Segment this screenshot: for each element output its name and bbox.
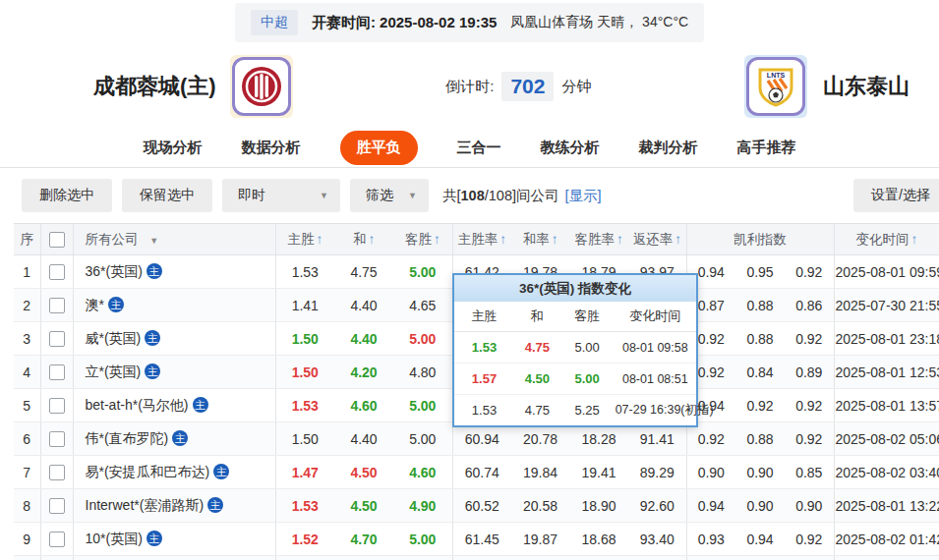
- sort-up-icon: ↑: [434, 232, 440, 247]
- header-away-odds[interactable]: 客胜↑: [393, 224, 452, 255]
- company-cell[interactable]: 立*(英国)主: [73, 356, 275, 389]
- kelly-cell: 0.92: [785, 523, 834, 556]
- odds-cell: 4.40: [334, 289, 393, 322]
- odds-cell: 4.50: [334, 456, 393, 489]
- row-seq: 5: [14, 389, 40, 422]
- kelly-cell: 0.90: [735, 456, 785, 489]
- home-badge-icon: 主: [145, 364, 160, 379]
- rate-cell: 17.79: [569, 556, 628, 560]
- header-company[interactable]: 所有公司 ▼: [73, 224, 275, 255]
- kickoff-value: 2025-08-02 19:35: [380, 14, 497, 30]
- odds-cell: 1.50: [275, 356, 334, 389]
- time-filter-dropdown[interactable]: 即时 ▼: [222, 179, 340, 212]
- company-cell[interactable]: 12*(菲律宾)主: [73, 556, 275, 560]
- home-badge-icon: 主: [193, 397, 208, 413]
- popup-row: 1.534.755.2507-29 16:39(初指): [454, 395, 696, 426]
- row-seq: 3: [14, 322, 40, 356]
- nav-tab[interactable]: 数据分析: [242, 139, 301, 157]
- header-home-odds[interactable]: 主胜↑: [275, 224, 334, 255]
- odds-cell: 1.53: [275, 489, 334, 523]
- row-checkbox[interactable]: [49, 364, 65, 380]
- header-home-rate[interactable]: 主胜率↑: [452, 224, 511, 255]
- rate-cell: 60.74: [452, 456, 511, 489]
- row-select-cell: [40, 456, 73, 489]
- odds-change-popup: 36*(英国) 指数变化 主胜和客胜变化时间 1.534.755.0008-01…: [452, 273, 698, 427]
- odds-cell: 4.50: [334, 489, 393, 523]
- sort-up-icon: ↑: [499, 232, 506, 247]
- nav-tab[interactable]: 裁判分析: [639, 139, 698, 157]
- company-cell[interactable]: 易*(安提瓜和巴布达)主: [73, 456, 275, 489]
- odds-cell: 4.80: [393, 356, 452, 389]
- rate-cell: 19.84: [511, 456, 569, 489]
- row-checkbox[interactable]: [49, 264, 65, 280]
- nav-tab[interactable]: 现场分析: [144, 139, 203, 157]
- home-badge-icon: 主: [147, 531, 162, 546]
- show-link[interactable]: [显示]: [564, 187, 601, 205]
- company-cell[interactable]: 10*(英国)主: [73, 523, 275, 556]
- company-cell[interactable]: bet-at-h*(马尔他)主: [73, 389, 275, 422]
- kelly-cell: 0.84: [735, 356, 785, 389]
- row-checkbox[interactable]: [49, 398, 65, 414]
- nav-tab[interactable]: 教练分析: [541, 139, 600, 157]
- popup-odds-cell: 5.00: [560, 364, 615, 395]
- company-cell[interactable]: Interwet*(塞浦路斯)主: [73, 489, 275, 523]
- row-checkbox[interactable]: [49, 532, 65, 547]
- rate-cell: 92.60: [628, 489, 686, 523]
- row-checkbox[interactable]: [49, 498, 65, 514]
- company-name: bet-at-h*(马尔他): [86, 397, 189, 413]
- header-away-rate[interactable]: 客胜率↑: [569, 224, 628, 255]
- company-cell[interactable]: 澳*主: [73, 289, 275, 322]
- row-checkbox[interactable]: [49, 298, 65, 313]
- kelly-cell: 0.92: [785, 422, 834, 456]
- header-kelly: 凯利指数: [686, 224, 834, 255]
- odds-cell: 5.00: [393, 322, 452, 356]
- rate-cell: 92.49: [628, 556, 686, 560]
- header-draw-odds[interactable]: 和↑: [334, 224, 393, 255]
- filter-value: 筛选: [366, 187, 393, 204]
- nav-tab[interactable]: 胜平负: [340, 131, 418, 165]
- settings-button[interactable]: 设置/选择: [853, 179, 939, 212]
- change-time-cell: 2025-08-01 13:22: [834, 489, 939, 523]
- company-cell[interactable]: 36*(英国)主: [73, 255, 275, 289]
- company-name: Interwet*(塞浦路斯): [86, 497, 205, 513]
- delete-selected-button[interactable]: 删除选中: [22, 179, 112, 212]
- nav-tab[interactable]: 高手推荐: [737, 139, 796, 157]
- odds-cell: 4.20: [334, 356, 393, 389]
- select-all-checkbox[interactable]: [49, 232, 65, 248]
- kelly-cell: 0.88: [735, 422, 785, 456]
- away-crest-icon: LNTS: [746, 57, 805, 116]
- kelly-cell: 0.85: [785, 456, 834, 489]
- row-checkbox[interactable]: [49, 331, 65, 347]
- nav-tab[interactable]: 三合一: [457, 139, 501, 157]
- kelly-cell: 0.92: [785, 255, 834, 289]
- kelly-cell: 0.94: [735, 523, 785, 556]
- league-badge[interactable]: 中超: [251, 10, 298, 35]
- filter-dropdown[interactable]: 筛选 ▼: [350, 179, 429, 212]
- header-return-rate[interactable]: 返还率↑: [628, 224, 686, 255]
- countdown: 倒计时: 702 分钟: [293, 72, 744, 101]
- rate-cell: 61.45: [452, 523, 511, 556]
- rate-cell: 93.40: [628, 523, 686, 556]
- rate-cell: 18.90: [569, 489, 628, 523]
- header-draw-rate[interactable]: 和率↑: [511, 224, 569, 255]
- company-cell[interactable]: 威*(英国)主: [73, 322, 275, 356]
- popup-header-row: 主胜和客胜变化时间: [454, 302, 696, 332]
- row-seq: 1: [14, 255, 40, 289]
- row-checkbox[interactable]: [49, 465, 65, 480]
- nav-tabs: 现场分析数据分析胜平负三合一教练分析裁判分析高手推荐: [0, 128, 939, 168]
- home-badge-icon: 主: [108, 297, 124, 312]
- header-change-time[interactable]: 变化时间↑: [834, 224, 939, 255]
- home-badge-icon: 主: [213, 464, 229, 479]
- kelly-cell: 0.92: [686, 556, 735, 560]
- row-select-cell: [40, 556, 73, 560]
- company-cell[interactable]: 伟*(直布罗陀)主: [73, 422, 275, 456]
- row-checkbox[interactable]: [49, 431, 65, 447]
- countdown-value: 702: [501, 72, 554, 101]
- popup-odds-cell: 1.57: [454, 364, 514, 395]
- odds-cell: 4.40: [334, 422, 393, 456]
- row-seq: 7: [14, 456, 40, 489]
- keep-selected-button[interactable]: 保留选中: [122, 179, 212, 212]
- row-seq: 2: [14, 289, 40, 322]
- company-count-text: 共[108/108]间公司: [442, 187, 558, 205]
- kelly-cell: 0.90: [785, 489, 834, 523]
